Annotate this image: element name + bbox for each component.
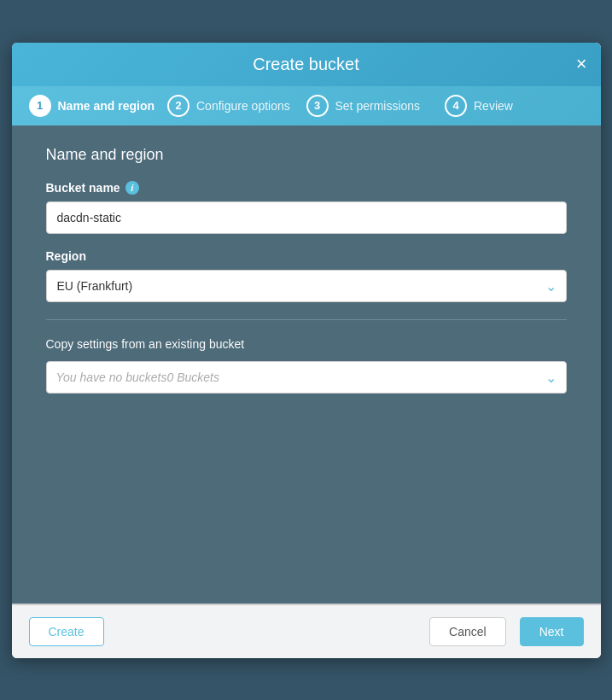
modal-dialog: Create bucket × 1 Name and region 2 Conf…: [12, 43, 601, 658]
step-3-label: Set permissions: [335, 99, 421, 113]
step-3[interactable]: 3 Set permissions: [306, 95, 446, 117]
modal-footer: Create Cancel Next: [12, 604, 601, 658]
step-3-number: 3: [306, 95, 329, 117]
step-1-label: Name and region: [58, 99, 155, 113]
divider: [46, 319, 567, 320]
step-4-number: 4: [445, 95, 467, 117]
region-label: Region: [46, 249, 567, 263]
modal-footer-container: Create Cancel Next: [12, 604, 601, 658]
bucket-name-info-icon[interactable]: i: [125, 181, 139, 195]
next-button[interactable]: Next: [520, 617, 584, 646]
step-2[interactable]: 2 Configure options: [167, 95, 306, 117]
section-title: Name and region: [46, 146, 567, 164]
copy-settings-field-group: Copy settings from an existing bucket Yo…: [46, 337, 567, 394]
step-4[interactable]: 4 Review: [445, 95, 584, 117]
region-field-group: Region EU (Frankfurt) US East (N. Virgin…: [46, 249, 567, 302]
bucket-name-field-group: Bucket name i: [46, 181, 567, 234]
modal-title: Create bucket: [253, 55, 359, 74]
wizard-steps: 1 Name and region 2 Configure options 3 …: [12, 86, 601, 125]
copy-settings-select[interactable]: [46, 361, 567, 394]
step-4-label: Review: [474, 99, 513, 113]
region-select[interactable]: EU (Frankfurt) US East (N. Virginia) US …: [46, 270, 567, 302]
step-2-label: Configure options: [196, 99, 290, 113]
copy-settings-label: Copy settings from an existing bucket: [46, 337, 567, 351]
bucket-name-input[interactable]: [46, 201, 567, 234]
step-1-number: 1: [29, 95, 51, 117]
footer-right-actions: Cancel Next: [429, 617, 583, 646]
step-2-number: 2: [167, 95, 189, 117]
create-button[interactable]: Create: [29, 617, 104, 646]
modal-body: Name and region Bucket name i Region EU …: [12, 125, 601, 604]
step-1[interactable]: 1 Name and region: [29, 95, 168, 117]
modal-overlay: Create bucket × 1 Name and region 2 Conf…: [0, 0, 612, 700]
copy-settings-select-wrapper: You have no buckets0 Buckets ⌄: [46, 361, 567, 394]
cancel-button[interactable]: Cancel: [429, 617, 506, 646]
region-select-wrapper: EU (Frankfurt) US East (N. Virginia) US …: [46, 270, 567, 302]
close-button[interactable]: ×: [576, 55, 587, 73]
bucket-name-label: Bucket name i: [46, 181, 567, 195]
modal-header: Create bucket ×: [12, 43, 601, 86]
